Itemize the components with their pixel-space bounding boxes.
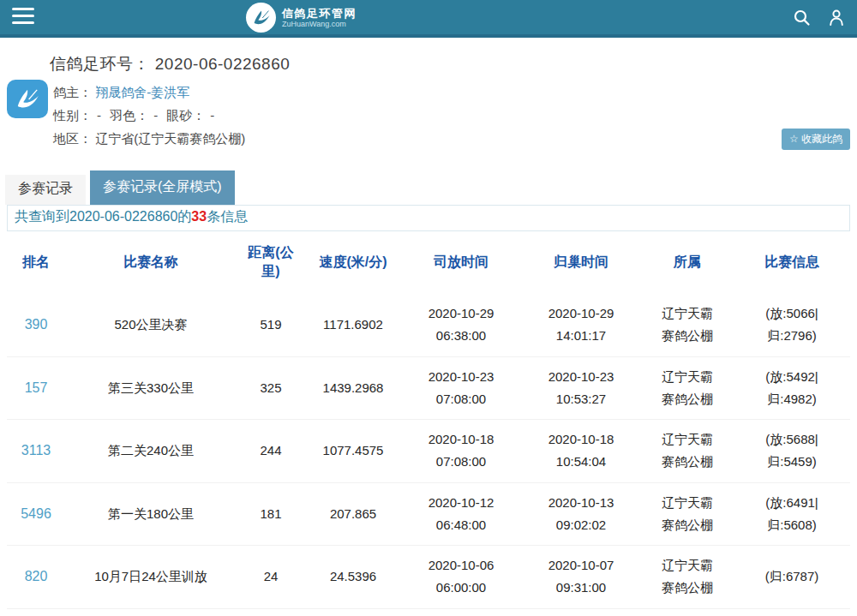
rank-link[interactable]: 390 (7, 294, 65, 356)
return-time-cell: 2020-10-07 09:31:00 (521, 546, 641, 609)
star-icon: ☆ (789, 133, 799, 145)
org-name: 辽宁天霸赛鸽公棚 (657, 302, 717, 348)
release-time-cell: 2020-10-12 06:48:00 (401, 482, 521, 546)
speed-cell: 1171.6902 (305, 294, 401, 356)
sex-value: - (97, 108, 101, 123)
rank-link[interactable]: 157 (7, 356, 65, 420)
top-navbar: 信鸽足环管网 ZuHuanWang.com (0, 0, 857, 38)
release-time-cell: 2020-10-06 06:00:00 (401, 546, 521, 609)
org-cell: 辽宁天霸赛鸽公棚 (641, 608, 734, 616)
race-table-body: 390 520公里决赛 519 1171.6902 2020-10-29 06:… (7, 294, 850, 616)
return-time: 2020-10-29 14:01:17 (538, 302, 624, 348)
column-header-return-time: 归巢时间 (521, 231, 641, 294)
org-cell: 辽宁天霸赛鸽公棚 (641, 546, 734, 609)
table-row: 6501 100公里收费站(阜新太平乡北洼村) 94 958.4574 2020… (7, 608, 850, 616)
race-name-cell: 520公里决赛 (65, 294, 237, 356)
table-header-row: 排名 比赛名称 距离(公里) 速度(米/分) 司放时间 归巢时间 所属 比赛信息 (7, 231, 850, 294)
rank-link[interactable]: 5496 (7, 482, 65, 546)
org-cell: 辽宁天霸赛鸽公棚 (641, 482, 734, 546)
site-logo[interactable]: 信鸽足环管网 ZuHuanWang.com (246, 3, 357, 33)
release-time: 2020-10-06 06:00:00 (418, 554, 504, 600)
region-line: 地区： 辽宁省(辽宁天霸赛鸽公棚) (53, 127, 857, 150)
race-info-cell: (放:5688|归:5459) (734, 420, 850, 483)
return-time-cell: 2020-10-18 10:54:04 (521, 420, 641, 483)
favorite-button[interactable]: ☆ 收藏此鸽 (782, 129, 850, 150)
return-time-cell: 2020-10-29 14:01:17 (521, 294, 641, 356)
race-info-cell: (放:6844|归:6783) (734, 608, 850, 616)
race-info-cell: (归:6787) (734, 546, 850, 609)
race-info-cell: (放:5066|归:2796) (734, 294, 850, 356)
column-header-rank: 排名 (7, 231, 65, 294)
attributes-line: 性别：- 羽色：- 眼砂：- (53, 104, 857, 127)
favorite-label: 收藏此鸽 (801, 133, 842, 145)
rank-link[interactable]: 820 (7, 546, 65, 609)
search-icon[interactable] (793, 9, 811, 27)
speed-cell: 958.4574 (305, 608, 401, 616)
bird-icon (13, 86, 42, 113)
race-name-cell: 第三关330公里 (65, 356, 237, 420)
ring-number: 2020-06-0226860 (155, 55, 291, 73)
race-records-table: 排名 比赛名称 距离(公里) 速度(米/分) 司放时间 归巢时间 所属 比赛信息… (7, 231, 850, 616)
race-name-cell: 10月7日24公里训放 (65, 546, 237, 609)
pigeon-detail-block: 鸽主： 翔晟鸽舍-姜洪军 性别：- 羽色：- 眼砂：- 地区： 辽宁省(辽宁天霸… (0, 80, 857, 152)
speed-cell: 1077.4575 (305, 420, 401, 483)
table-row: 5496 第一关180公里 181 207.865 2020-10-12 06:… (7, 482, 850, 546)
table-row: 390 520公里决赛 519 1171.6902 2020-10-29 06:… (7, 294, 850, 356)
region-value: 辽宁省(辽宁天霸赛鸽公棚) (95, 131, 245, 146)
tab-race-records[interactable]: 参赛记录 (5, 175, 86, 205)
menu-icon[interactable] (12, 8, 34, 27)
user-icon[interactable] (828, 9, 845, 27)
rank-link[interactable]: 6501 (7, 608, 65, 616)
release-time: 2020-10-18 07:08:00 (418, 428, 504, 474)
distance-cell: 94 (237, 608, 305, 616)
release-time: 2020-10-23 07:08:00 (418, 366, 504, 411)
release-time-cell: 2020-10-18 07:08:00 (401, 420, 521, 483)
return-time: 2020-10-18 10:54:04 (538, 428, 624, 474)
release-time: 2020-10-29 06:38:00 (418, 302, 504, 348)
feather-value: - (153, 108, 158, 123)
release-time-cell: 2020-09-26 07:38:00 (401, 608, 521, 616)
race-name: 第一关180公里 (108, 503, 194, 525)
logo-subtitle: ZuHuanWang.com (282, 20, 357, 29)
race-name-cell: 100公里收费站(阜新太平乡北洼村) (65, 608, 237, 616)
race-name: 520公里决赛 (114, 314, 187, 336)
race-info-cell: (放:6491|归:5608) (734, 482, 850, 546)
menu-bar (12, 15, 34, 17)
rank-link[interactable]: 3113 (7, 420, 65, 483)
owner-label: 鸽主： (53, 85, 92, 99)
org-name: 辽宁天霸赛鸽公棚 (657, 554, 717, 600)
release-time: 2020-10-12 06:48:00 (418, 492, 504, 537)
query-suffix: 条信息 (207, 209, 248, 224)
race-info-cell: (放:5492|归:4982) (734, 356, 850, 420)
race-info: (放:5688|归:5459) (759, 428, 824, 474)
region-label: 地区： (53, 131, 92, 146)
table-row: 820 10月7日24公里训放 24 24.5396 2020-10-06 06… (7, 546, 850, 609)
eye-label: 眼砂： (166, 108, 205, 123)
menu-bar (12, 8, 34, 10)
distance-cell: 244 (237, 420, 305, 483)
org-name: 辽宁天霸赛鸽公棚 (657, 492, 717, 537)
column-header-race-name: 比赛名称 (65, 231, 237, 294)
logo-title: 信鸽足环管网 (282, 7, 357, 20)
release-time-cell: 2020-10-29 06:38:00 (401, 294, 521, 356)
ring-label: 信鸽足环号： (50, 55, 150, 73)
eye-value: - (210, 108, 214, 123)
feather-label: 羽色： (110, 108, 148, 123)
return-time: 2020-10-13 09:02:02 (538, 492, 624, 537)
owner-link[interactable]: 翔晟鸽舍-姜洪军 (95, 85, 189, 99)
distance-cell: 519 (237, 294, 305, 356)
distance-cell: 24 (237, 546, 305, 609)
table-row: 157 第三关330公里 325 1439.2968 2020-10-23 07… (7, 356, 850, 420)
column-header-distance: 距离(公里) (237, 231, 305, 294)
return-time: 2020-10-07 09:31:00 (538, 554, 624, 600)
pigeon-details: 鸽主： 翔晟鸽舍-姜洪军 性别：- 羽色：- 眼砂：- 地区： 辽宁省(辽宁天霸… (53, 80, 857, 150)
race-name: 10月7日24公里训放 (94, 565, 207, 588)
query-count: 33 (191, 209, 207, 224)
column-header-release-time: 司放时间 (401, 231, 521, 294)
race-name-cell: 第一关180公里 (65, 482, 237, 546)
page-title: 信鸽足环号： 2020-06-0226860 (50, 53, 857, 75)
race-info: (放:5492|归:4982) (759, 366, 824, 411)
sex-label: 性别： (53, 108, 92, 123)
tab-race-records-fullscreen[interactable]: 参赛记录(全屏模式) (90, 170, 235, 205)
column-header-speed: 速度(米/分) (305, 231, 401, 294)
